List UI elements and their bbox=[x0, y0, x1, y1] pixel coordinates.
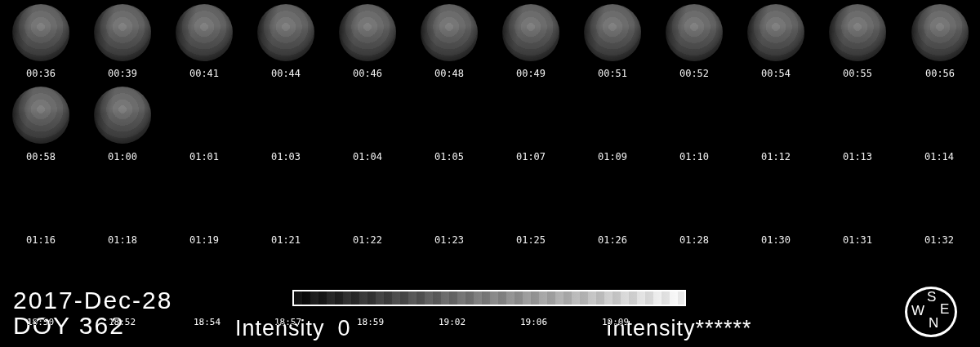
frame-image bbox=[339, 4, 396, 61]
frame-timestamp: 01:10 bbox=[653, 151, 735, 162]
time-axis-tick: 18:54 bbox=[194, 317, 220, 327]
frame-timestamp: 01:05 bbox=[408, 151, 490, 162]
frame-timestamp: 01:23 bbox=[408, 234, 490, 246]
frame-timestamp: 00:51 bbox=[572, 68, 653, 79]
frame-timestamp: 00:41 bbox=[163, 68, 245, 79]
frame-timestamp: 01:13 bbox=[817, 151, 898, 162]
frame-timestamp: 01:01 bbox=[163, 151, 245, 162]
frame-timestamp: 00:58 bbox=[0, 151, 82, 162]
frame-timestamp: 00:54 bbox=[735, 68, 817, 79]
frame-timestamp: 00:49 bbox=[490, 68, 572, 79]
intensity-max-value: ****** bbox=[696, 316, 752, 340]
frame-timestamp: 00:55 bbox=[817, 68, 898, 79]
frame-timestamp: 01:04 bbox=[327, 151, 408, 162]
frame-image bbox=[12, 87, 69, 144]
frame-image bbox=[911, 4, 969, 61]
frame-timestamp: 01:12 bbox=[735, 151, 817, 162]
time-axis-tick: 19:02 bbox=[439, 317, 466, 327]
frame-timestamp: 01:31 bbox=[817, 234, 898, 246]
compass-south-label: S bbox=[927, 290, 936, 304]
frame-timestamp: 01:00 bbox=[82, 151, 163, 162]
frame-timestamp: 00:39 bbox=[82, 68, 163, 79]
frame-image bbox=[12, 4, 69, 61]
frame-timestamp: 01:19 bbox=[163, 234, 245, 246]
frame-timestamp: 01:14 bbox=[898, 151, 980, 162]
frame-image bbox=[747, 4, 804, 61]
frame-image bbox=[176, 4, 233, 61]
frame-timestamp: 01:03 bbox=[245, 151, 327, 162]
frame-timestamp: 01:26 bbox=[572, 234, 653, 246]
frame-timestamp: 01:09 bbox=[572, 151, 653, 162]
time-axis-tick: 19:06 bbox=[520, 317, 547, 327]
frame-timestamp: 01:25 bbox=[490, 234, 572, 246]
compass-west-label: W bbox=[911, 304, 924, 318]
frame-timestamp: 00:48 bbox=[408, 68, 490, 79]
frame-image bbox=[666, 4, 723, 61]
frame-timestamp: 01:21 bbox=[245, 234, 327, 246]
frame-image bbox=[829, 4, 886, 61]
frame-image bbox=[94, 4, 151, 61]
frame-timestamp: 01:28 bbox=[653, 234, 735, 246]
observation-montage-figure: 00:3600:3900:4100:4400:4600:4800:4900:51… bbox=[0, 0, 980, 347]
time-axis-tick: 18:59 bbox=[357, 317, 384, 327]
compass-rose-icon: S W E N bbox=[905, 287, 957, 337]
date-label: 2017-Dec-28 bbox=[13, 287, 172, 314]
time-axis-tick: 18:52 bbox=[109, 317, 136, 327]
time-axis-tick: 19:09 bbox=[602, 317, 629, 327]
frame-timestamp: 00:56 bbox=[899, 68, 980, 79]
frame-timestamp: 01:16 bbox=[0, 234, 82, 246]
frame-timestamp: 01:30 bbox=[735, 234, 817, 246]
frame-timestamp: 01:22 bbox=[327, 234, 408, 246]
frame-image bbox=[257, 4, 314, 61]
compass-north-label: N bbox=[929, 316, 938, 330]
frame-timestamp: 00:52 bbox=[653, 68, 735, 79]
frame-image bbox=[502, 4, 559, 61]
intensity-min-value: 0 bbox=[338, 316, 351, 340]
frame-timestamp: 00:44 bbox=[245, 68, 327, 79]
frame-timestamp: 00:36 bbox=[0, 68, 82, 79]
frame-timestamp: 01:18 bbox=[82, 234, 163, 246]
frame-timestamp: 01:32 bbox=[898, 234, 980, 246]
time-axis-tick: 18:50 bbox=[27, 317, 54, 327]
frame-timestamp: 00:46 bbox=[327, 68, 408, 79]
time-axis-tick: 18:57 bbox=[274, 317, 301, 327]
frame-timestamp: 01:07 bbox=[490, 151, 572, 162]
compass-east-label: E bbox=[940, 302, 949, 316]
frame-image bbox=[94, 87, 151, 144]
intensity-colorbar bbox=[292, 290, 686, 306]
frame-image bbox=[421, 4, 478, 61]
frame-image bbox=[584, 4, 641, 61]
